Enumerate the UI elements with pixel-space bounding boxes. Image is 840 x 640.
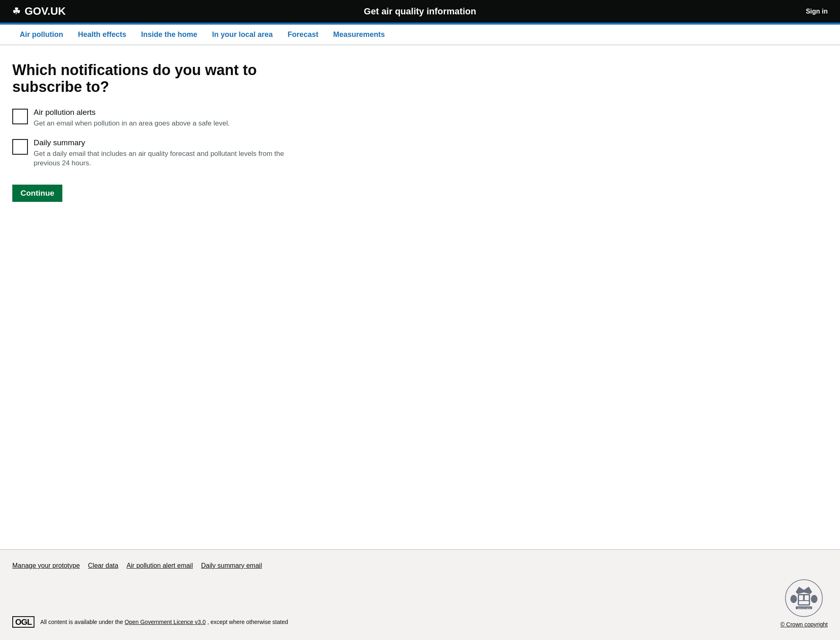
nav-item-forecast[interactable]: Forecast xyxy=(280,25,326,45)
svg-marker-1 xyxy=(796,587,812,594)
nav-item-local-area[interactable]: In your local area xyxy=(205,25,280,45)
footer-links: Manage your prototype Clear data Air pol… xyxy=(12,562,828,569)
checkbox-label-air-pollution-alerts[interactable]: Air pollution alerts xyxy=(34,108,230,117)
crown-copyright-link[interactable]: © Crown copyright xyxy=(781,621,828,628)
footer-licence-section: OGL All content is available under the O… xyxy=(12,616,781,628)
footer-bottom-wrapper: OGL All content is available under the O… xyxy=(12,578,828,628)
ogl-logo: OGL xyxy=(12,616,34,628)
nav-link-forecast[interactable]: Forecast xyxy=(280,25,326,45)
footer-licence-text: All content is available under the Open … xyxy=(40,619,288,625)
nav-item-health-effects[interactable]: Health effects xyxy=(71,25,134,45)
site-header: ☘ GOV.UK Get air quality information Sig… xyxy=(0,0,840,23)
site-title: Get air quality information xyxy=(364,6,476,17)
checkbox-hint-air-pollution-alerts: Get an email when pollution in an area g… xyxy=(34,119,230,128)
site-footer: Manage your prototype Clear data Air pol… xyxy=(0,549,840,640)
checkbox-daily-summary[interactable] xyxy=(12,139,28,155)
crown-icon: ☘ xyxy=(12,6,21,17)
nav-item-air-pollution[interactable]: Air pollution xyxy=(12,25,71,45)
continue-button[interactable]: Continue xyxy=(12,185,62,202)
main-nav: Air pollution Health effects Inside the … xyxy=(0,25,840,45)
nav-list: Air pollution Health effects Inside the … xyxy=(12,25,828,45)
crown-copyright: DIEU ET MON © Crown copyright xyxy=(781,578,828,628)
checkbox-air-pollution-alerts[interactable] xyxy=(12,109,28,124)
logo-text: GOV.UK xyxy=(25,5,66,18)
svg-text:DIEU ET MON: DIEU ET MON xyxy=(797,607,811,610)
footer-link-air-pollution-email[interactable]: Air pollution alert email xyxy=(126,562,193,569)
checkbox-group: Air pollution alerts Get an email when p… xyxy=(12,108,299,168)
svg-rect-5 xyxy=(799,601,809,604)
nav-link-measurements[interactable]: Measurements xyxy=(326,25,392,45)
svg-rect-3 xyxy=(799,595,803,600)
checkbox-label-daily-summary[interactable]: Daily summary xyxy=(34,138,299,147)
coat-of-arms-icon: DIEU ET MON xyxy=(783,578,824,619)
main-content: Which notifications do you want to subsc… xyxy=(0,45,312,549)
checkbox-item-daily-summary: Daily summary Get a daily email that inc… xyxy=(12,138,299,169)
footer-link-clear-data[interactable]: Clear data xyxy=(88,562,119,569)
nav-link-local-area[interactable]: In your local area xyxy=(205,25,280,45)
page-heading: Which notifications do you want to subsc… xyxy=(12,62,299,96)
svg-point-7 xyxy=(811,595,817,603)
checkbox-hint-daily-summary: Get a daily email that includes an air q… xyxy=(34,149,299,169)
sign-in-link[interactable]: Sign in xyxy=(806,8,828,15)
nav-item-inside-home[interactable]: Inside the home xyxy=(134,25,205,45)
checkbox-label-group-alerts: Air pollution alerts Get an email when p… xyxy=(34,108,230,128)
checkbox-item-air-pollution-alerts: Air pollution alerts Get an email when p… xyxy=(12,108,299,128)
svg-rect-4 xyxy=(805,595,809,600)
checkbox-label-group-daily: Daily summary Get a daily email that inc… xyxy=(34,138,299,169)
footer-link-manage-prototype[interactable]: Manage your prototype xyxy=(12,562,80,569)
nav-link-inside-home[interactable]: Inside the home xyxy=(134,25,205,45)
nav-link-air-pollution[interactable]: Air pollution xyxy=(12,25,71,45)
footer-link-daily-summary-email[interactable]: Daily summary email xyxy=(201,562,262,569)
nav-link-health-effects[interactable]: Health effects xyxy=(71,25,134,45)
footer-licence-link[interactable]: Open Government Licence v3.0 xyxy=(125,619,206,625)
svg-point-6 xyxy=(790,595,797,603)
nav-item-measurements[interactable]: Measurements xyxy=(326,25,392,45)
gov-uk-logo[interactable]: ☘ GOV.UK xyxy=(12,5,66,18)
